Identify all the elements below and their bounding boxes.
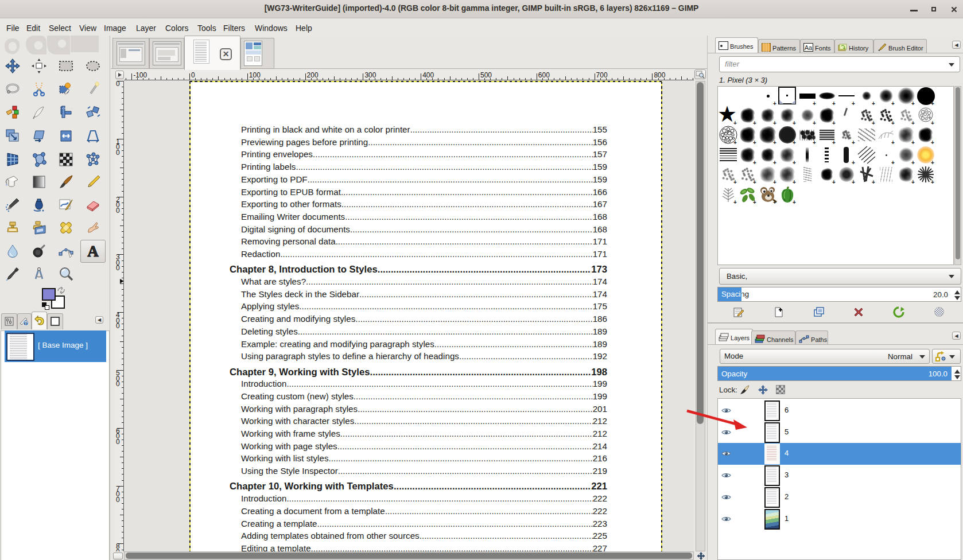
svg-text:Aa: Aa	[805, 44, 813, 51]
svg-text:A: A	[87, 244, 99, 259]
svg-text:ⓘ: ⓘ	[24, 321, 29, 326]
